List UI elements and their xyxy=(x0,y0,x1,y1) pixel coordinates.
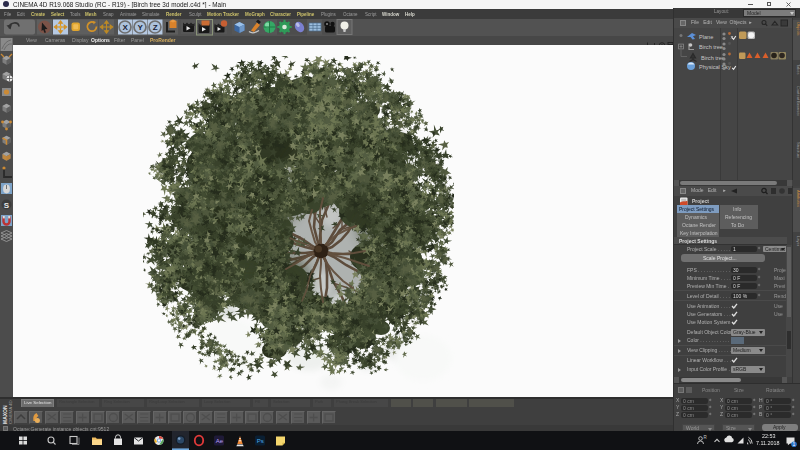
svg-text:Birch tree: Birch tree xyxy=(701,55,725,61)
svg-text:Z: Z xyxy=(153,23,158,32)
svg-text:Physical Sky: Physical Sky xyxy=(699,64,731,70)
svg-text:S: S xyxy=(4,201,10,210)
svg-text:Plane: Plane xyxy=(699,34,713,40)
svg-text:Y: Y xyxy=(138,23,144,32)
svg-text:R: R xyxy=(704,435,708,440)
svg-text:Ps: Ps xyxy=(257,438,264,444)
svg-text:X: X xyxy=(123,23,129,32)
svg-text:Ae: Ae xyxy=(216,438,224,444)
svg-text:Birch tree: Birch tree xyxy=(699,44,723,50)
svg-text:1: 1 xyxy=(793,441,796,447)
